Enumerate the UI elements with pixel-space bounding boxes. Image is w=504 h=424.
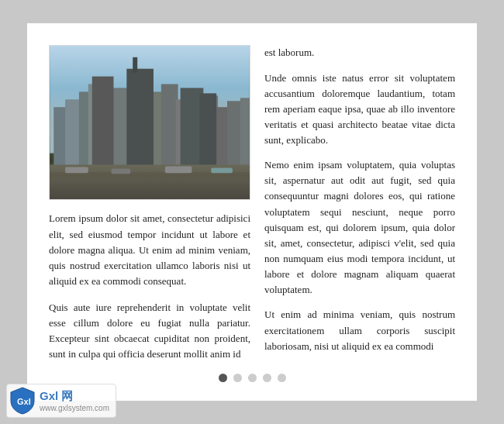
city-image [49,45,250,200]
dot-4[interactable] [263,374,271,382]
left-paragraph-1: Lorem ipsum dolor sit amet, consectetur … [49,211,250,289]
right-paragraph-2: Unde omnis iste natus error sit voluptat… [264,71,455,149]
dot-1[interactable] [219,374,227,382]
left-column: Lorem ipsum dolor sit amet, consectetur … [49,45,250,362]
right-paragraph-3: Nemo enim ipsam voluptatem, quia volupta… [264,157,455,298]
dot-3[interactable] [248,374,257,382]
dot-2[interactable] [233,374,242,382]
card: Lorem ipsum dolor sit amet, consectetur … [27,23,477,400]
svg-rect-18 [92,77,114,177]
svg-rect-25 [65,167,88,174]
watermark: Gxl Gxl 网 www.gxlsystem.com [6,384,116,418]
watermark-url: www.gxlsystem.com [40,404,109,412]
svg-rect-20 [133,57,137,73]
svg-rect-19 [126,69,154,177]
left-paragraph-2: Quis aute iure reprehenderit in voluptat… [49,300,250,363]
watermark-text: Gxl 网 www.gxlsystem.com [40,389,109,412]
right-paragraph-1: est laborum. [264,45,455,60]
content-area: Lorem ipsum dolor sit amet, consectetur … [49,45,455,362]
svg-rect-22 [199,94,216,177]
svg-rect-17 [240,98,250,177]
svg-text:Gxl: Gxl [17,397,31,406]
right-column: est laborum. Unde omnis iste natus error… [264,45,455,362]
svg-rect-24 [50,173,249,179]
svg-rect-27 [165,167,192,174]
watermark-title: Gxl 网 [40,389,109,404]
shield-icon: Gxl [10,387,35,415]
right-paragraph-4: Ut enim ad minima veniam, quis nostrum e… [264,307,455,353]
svg-rect-11 [161,84,178,177]
svg-rect-28 [211,168,233,174]
dot-5[interactable] [278,374,286,382]
svg-rect-26 [112,169,131,174]
